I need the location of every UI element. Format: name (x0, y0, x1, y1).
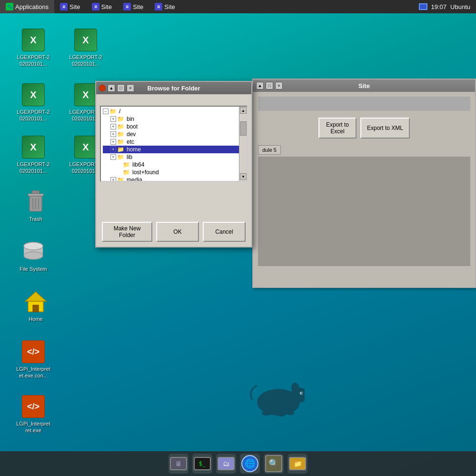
home-tree-label: home (127, 146, 141, 153)
dialog-up-btn[interactable]: ▲ (108, 84, 115, 92)
dock-terminal-icon[interactable]: $_ (192, 454, 212, 474)
site-icon-4: 🖥 (155, 3, 162, 10)
dev-label: dev (127, 131, 136, 138)
root-expand[interactable]: − (103, 109, 109, 114)
site-icon-1: 🖥 (60, 3, 68, 10)
applications-label: Applications (15, 3, 49, 10)
tree-scroll-area[interactable]: − 📁 / + 📁 bin + 📁 boot + 📁 dev (101, 107, 247, 181)
tab-row: dule 5 (258, 145, 470, 155)
site-content-area (258, 157, 470, 266)
site-label-3: Site (133, 3, 143, 10)
lgpi-config-label: LGPi_Interpretet.exe.con... (15, 365, 52, 380)
scroll-down-arrow[interactable]: ▼ (240, 173, 247, 180)
make-new-folder-button[interactable]: Make New Folder (102, 222, 152, 242)
export-toolbar: Export to Excel Export to XML (258, 114, 470, 142)
dialog-icon (99, 85, 106, 91)
search-icon: 🔍 (265, 455, 282, 472)
dock-search-icon[interactable]: 🔍 (264, 454, 284, 474)
site-icon-3: 🖥 (123, 3, 131, 10)
desktop-icon-filesystem[interactable]: File System (12, 240, 55, 273)
site-win-up[interactable]: ▲ (256, 82, 264, 89)
tree-media[interactable]: + 📁 media (103, 176, 245, 181)
export-xml-button[interactable]: Export to XML (360, 118, 410, 139)
tree-lib64[interactable]: 📁 lib64 (103, 161, 245, 169)
site-label-4: Site (164, 3, 175, 10)
root-label: / (119, 108, 120, 115)
tree-etc[interactable]: + 📁 etc (103, 138, 245, 146)
dialog-title: Browse for Folder (147, 85, 200, 92)
dock-folder-icon[interactable]: 📁 (288, 454, 307, 474)
dock-files-icon[interactable]: 🗂 (216, 454, 236, 474)
lib64-folder-icon: 📁 (123, 161, 130, 168)
dialog-close-btn[interactable]: × (127, 84, 134, 92)
svg-marker-10 (25, 292, 46, 301)
lgexport5-label: LGEXPORT-202020101... (16, 160, 51, 175)
tree-lib[interactable]: + 📁 lib (103, 153, 245, 161)
terminal-icon: $_ (194, 457, 211, 470)
monitor-icon: 🖥 (170, 457, 187, 470)
site-task-4[interactable]: 🖥 Site (149, 0, 180, 13)
svg-point-19 (262, 411, 271, 416)
folder-tree[interactable]: − 📁 / + 📁 bin + 📁 boot + 📁 dev (100, 106, 248, 182)
desktop-icon-lgexport2[interactable]: LGEXPORT-202020101... (64, 29, 107, 68)
cancel-button[interactable]: Cancel (203, 222, 246, 242)
applications-menu[interactable]: 🐾 Applications (0, 0, 54, 13)
lib64-label: lib64 (132, 161, 144, 168)
desktop-icon-lgpi-exe[interactable]: </> LGPi_Interpretret.exe (12, 395, 55, 435)
scroll-up-arrow[interactable]: ▲ (240, 107, 247, 114)
home-icon (24, 290, 47, 313)
clock-indicator (419, 3, 427, 10)
dialog-button-row: Make New Folder OK Cancel (96, 222, 251, 242)
media-expand[interactable]: + (110, 177, 116, 181)
lib-label: lib (127, 154, 132, 160)
desktop-icon-trash[interactable]: Trash (14, 190, 57, 223)
desktop-icon-lgexport5[interactable]: LGEXPORT-202020101... (12, 136, 55, 175)
distro-label: Ubuntu (450, 3, 470, 10)
bin-expand[interactable]: + (110, 116, 116, 122)
lib-expand[interactable]: + (110, 154, 116, 160)
site-toolbar-area (258, 97, 470, 111)
home-expand[interactable]: + (110, 147, 116, 152)
site-win-restore[interactable]: □ (266, 82, 273, 89)
desktop-icon-home[interactable]: Home (14, 290, 57, 323)
site-task-3[interactable]: 🖥 Site (118, 0, 149, 13)
dock-globe-icon[interactable]: 🌐 (240, 454, 260, 474)
filesystem-label: File System (18, 265, 48, 273)
browse-folder-dialog: ▲ □ × Browse for Folder − 📁 / + 📁 bin + (95, 81, 252, 248)
svg-point-17 (301, 393, 303, 394)
desktop-icon-lgexport1[interactable]: LGEXPORT-202020101... (12, 29, 55, 68)
dialog-restore-btn[interactable]: □ (117, 84, 125, 92)
svg-point-15 (291, 383, 299, 392)
boot-expand[interactable]: + (110, 124, 116, 129)
ok-button[interactable]: OK (156, 222, 199, 242)
desktop-icon-lgpi-config[interactable]: </> LGPi_Interpretet.exe.con... (12, 340, 55, 380)
dev-expand[interactable]: + (110, 131, 116, 137)
tree-home[interactable]: + 📁 home (103, 146, 245, 153)
files-icon: 🗂 (218, 457, 235, 470)
lost-found-label: lost+found (132, 169, 159, 176)
tab-module5[interactable]: dule 5 (258, 145, 281, 155)
tree-root[interactable]: − 📁 / (103, 108, 245, 115)
bin-label: bin (127, 116, 134, 122)
home-folder-icon: 📁 (117, 146, 124, 153)
scroll-thumb[interactable] (240, 121, 247, 136)
excel-icon-5 (22, 136, 45, 159)
tree-bin[interactable]: + 📁 bin (103, 115, 245, 123)
tree-boot[interactable]: + 📁 boot (103, 123, 245, 130)
svg-point-8 (24, 252, 43, 259)
site-win-close[interactable]: × (275, 82, 283, 89)
dock-monitor-icon[interactable]: 🖥 (169, 454, 188, 474)
tree-lost-found[interactable]: 📁 lost+found (103, 169, 245, 176)
tree-dev[interactable]: + 📁 dev (103, 130, 245, 138)
svg-point-20 (276, 412, 286, 416)
site-window-content: Export to Excel Export to XML dule 5 (253, 92, 475, 287)
lgexport2-label: LGEXPORT-202020101... (68, 53, 104, 68)
desktop-icon-lgexport3[interactable]: LGEXPORT-202020101... (12, 83, 55, 123)
export-excel-button[interactable]: Export to Excel (318, 118, 357, 139)
dev-folder-icon: 📁 (117, 131, 124, 138)
etc-expand[interactable]: + (110, 139, 116, 145)
site-task-2[interactable]: 🖥 Site (86, 0, 118, 13)
site-task-1[interactable]: 🖥 Site (54, 0, 86, 13)
taskbar-top: 🐾 Applications 🖥 Site 🖥 Site 🖥 Site 🖥 Si… (0, 0, 476, 13)
tree-scrollbar[interactable]: ▲ ▼ (239, 107, 247, 181)
